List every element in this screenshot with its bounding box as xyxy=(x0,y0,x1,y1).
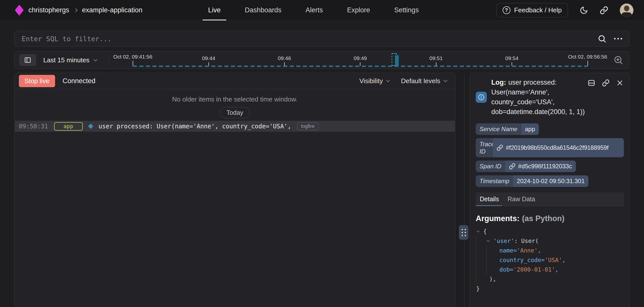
trace-id-badge[interactable]: Trace ID #f2019b98b550cd8a61546c2f918895… xyxy=(476,138,624,157)
timestamp-value: 2024-10-02 09:50:31.301 xyxy=(513,175,588,187)
detail-title-prefix: Log: xyxy=(491,79,506,86)
question-circle-icon: ? xyxy=(503,6,510,14)
today-button[interactable]: Today xyxy=(220,107,250,118)
code-token: dob= xyxy=(499,265,513,274)
timeline-tick: Oct 02, 09:56:56 xyxy=(568,54,607,66)
timeline-tick: 09:51 xyxy=(429,55,443,66)
arguments-title: Arguments: xyxy=(476,214,519,223)
timeline-tick-label: 09:44 xyxy=(202,55,215,61)
timeline-tick: 09:44 xyxy=(202,55,215,66)
tab-details[interactable]: Details xyxy=(480,192,499,206)
code-token: 'USA' xyxy=(545,255,562,265)
indent-guide xyxy=(476,255,486,265)
timeline-tick-label: Oct 02, 09:41:56 xyxy=(113,54,152,60)
attribute-badges: Service Name app Trace ID #f2019b98b550c… xyxy=(476,123,624,187)
default-levels-dropdown[interactable]: Default levels xyxy=(401,77,447,85)
time-range-label: Last 15 minutes xyxy=(43,56,90,64)
timeline-tick-label: 09:49 xyxy=(354,55,367,61)
feedback-help-label: Feedback / Help xyxy=(514,6,562,14)
connection-status: Connected xyxy=(63,77,96,85)
indent-guide xyxy=(476,246,486,255)
chevron-down-icon xyxy=(444,78,448,82)
nav-actions: ? Feedback / Help xyxy=(496,0,633,20)
indent-guide xyxy=(486,255,496,265)
code-token: : User( xyxy=(514,236,539,246)
tab-raw-data[interactable]: Raw Data xyxy=(507,192,535,206)
code-token: , xyxy=(538,246,541,255)
log-message: user processed: User(name='Anne', countr… xyxy=(99,123,291,130)
user-avatar[interactable] xyxy=(620,4,633,17)
code-token: 'user' xyxy=(493,236,514,246)
service-badge[interactable]: app xyxy=(54,122,83,131)
timeline-tick-label: Oct 02, 09:56:56 xyxy=(568,54,607,60)
detail-title: Log:user processed: User(name='Anne', co… xyxy=(491,78,590,117)
tab-alerts[interactable]: Alerts xyxy=(293,0,335,20)
info-icon xyxy=(476,92,487,103)
visibility-label: Visibility xyxy=(359,77,383,85)
indent-guide xyxy=(486,265,496,274)
default-levels-label: Default levels xyxy=(401,77,440,85)
stop-live-button[interactable]: Stop live xyxy=(19,75,55,87)
sql-filter-input[interactable] xyxy=(22,35,590,43)
visibility-dropdown[interactable]: Visibility xyxy=(359,77,389,85)
share-link-icon[interactable] xyxy=(600,6,608,15)
top-navbar: christophergs example-application Live D… xyxy=(0,0,644,21)
timeline-histogram-spike[interactable] xyxy=(392,53,400,66)
code-token: , xyxy=(562,255,566,265)
badge-label: Timestamp xyxy=(476,175,513,187)
span-id-badge[interactable]: Span ID #d5c996f11192033c xyxy=(476,161,576,172)
panel-resize-rail[interactable] xyxy=(464,73,464,307)
search-icon[interactable] xyxy=(597,34,607,43)
link-icon xyxy=(497,144,503,151)
expand-chevron-icon[interactable] xyxy=(476,227,483,236)
empty-window-message: No older items in the selected time wind… xyxy=(15,95,455,103)
breadcrumb-org[interactable]: christophergs xyxy=(28,6,69,14)
copy-link-icon[interactable] xyxy=(602,79,610,87)
timeline-tick-label: 09:46 xyxy=(278,55,291,61)
tab-dashboards[interactable]: Dashboards xyxy=(233,0,294,20)
logfire-tag[interactable]: logfire xyxy=(297,122,318,130)
feedback-help-button[interactable]: ? Feedback / Help xyxy=(496,3,568,17)
indent-guide xyxy=(486,246,496,255)
timeline-panel: Last 15 minutes Oct 02, 09:41:5609:4409:… xyxy=(14,51,629,69)
expand-chevron-icon[interactable] xyxy=(486,236,493,246)
more-options-icon[interactable] xyxy=(614,38,622,39)
code-line: ), xyxy=(476,274,624,284)
code-token: { xyxy=(483,227,487,236)
code-line: } xyxy=(476,284,624,293)
tab-explore[interactable]: Explore xyxy=(335,0,382,20)
time-range-dropdown[interactable]: Last 15 minutes xyxy=(43,56,97,64)
logfire-logo-icon[interactable] xyxy=(15,5,24,16)
timeline-tick: Oct 02, 09:41:56 xyxy=(113,54,152,66)
detail-tabs: Details Raw Data xyxy=(476,192,624,206)
panel-resize-grip[interactable] xyxy=(459,225,468,240)
nav-tabs: Live Dashboards Alerts Explore Settings xyxy=(196,0,431,20)
live-view-header: Stop live Connected Visibility Default l… xyxy=(15,73,455,89)
close-icon[interactable] xyxy=(616,79,623,87)
tab-settings[interactable]: Settings xyxy=(382,0,431,20)
log-row[interactable]: 09:50:31 app user processed: User(name='… xyxy=(15,121,455,132)
dark-mode-moon-icon[interactable] xyxy=(580,6,588,15)
zoom-in-button[interactable] xyxy=(613,55,624,65)
code-line: { xyxy=(476,227,624,236)
breadcrumb: christophergs example-application xyxy=(0,6,142,14)
panel-left-icon xyxy=(24,57,31,64)
tab-live[interactable]: Live xyxy=(196,0,233,20)
timeline-track[interactable]: Oct 02, 09:41:5609:4409:4609:4909:5109:5… xyxy=(133,52,588,69)
link-icon xyxy=(509,163,515,170)
breadcrumb-project[interactable]: example-application xyxy=(82,6,142,14)
code-line: 'user': User( xyxy=(476,236,624,246)
code-token: '2000-01-01' xyxy=(513,265,555,274)
indent-guide xyxy=(476,265,486,274)
code-token: name= xyxy=(499,246,517,255)
timeline-tick-label: 09:51 xyxy=(429,55,443,61)
dock-panel-icon[interactable] xyxy=(588,79,595,87)
timestamp-badge: Timestamp 2024-10-02 09:50:31.301 xyxy=(476,175,588,187)
sidebar-toggle-button[interactable] xyxy=(19,54,36,66)
code-token: 'Anne' xyxy=(517,246,538,255)
code-token: ), xyxy=(489,274,496,284)
indent-guide xyxy=(476,274,486,284)
badge-value: app xyxy=(521,123,539,135)
span-id-value: #d5c996f11192033c xyxy=(518,163,572,170)
trace-id-value: #f2019b98b550cd8a61546c2f9188959f xyxy=(506,144,609,151)
